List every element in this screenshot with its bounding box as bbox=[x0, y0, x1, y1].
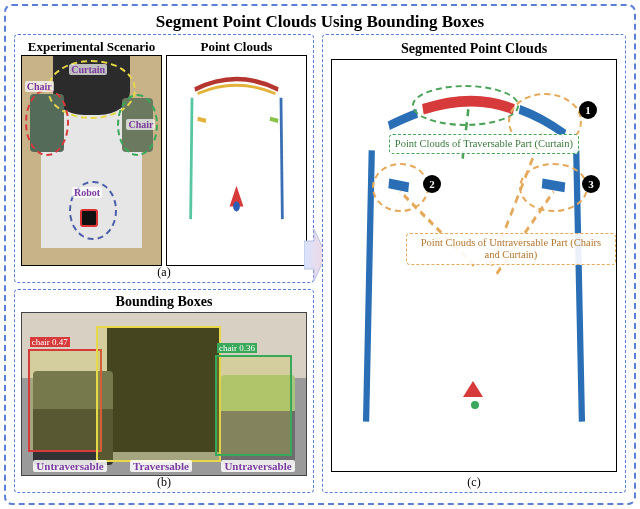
panel-b: Bounding Boxes chair 0.47 chair 0.36 Unt… bbox=[14, 289, 314, 493]
lidar-svg-icon bbox=[167, 56, 306, 265]
pointcloud-plot bbox=[166, 55, 307, 266]
annot-untraversable: Point Clouds of Untraversable Part (Chai… bbox=[406, 233, 616, 265]
trav-oval-icon bbox=[412, 85, 520, 126]
bbox-curtain bbox=[96, 326, 221, 462]
robot-triangle-icon bbox=[463, 381, 483, 397]
segmented-plot: 1 2 3 Point Clouds of Traversable Part (… bbox=[331, 59, 617, 472]
panel-b-caption: (b) bbox=[157, 475, 171, 490]
pointcloud-title: Point Clouds bbox=[166, 39, 307, 55]
panel-a: Experimental Scenario Curtain bbox=[14, 34, 314, 283]
curtain-label: Curtain bbox=[69, 64, 107, 75]
panel-a-caption: (a) bbox=[157, 265, 170, 280]
panel-b-title: Bounding Boxes bbox=[21, 294, 307, 310]
figure-title: Segment Point Clouds Using Bounding Boxe… bbox=[14, 12, 626, 32]
robot-label: Robot bbox=[72, 187, 102, 198]
figure-frame: Segment Point Clouds Using Bounding Boxe… bbox=[4, 4, 636, 505]
panel-c: Segmented Point Clouds bbox=[322, 34, 626, 493]
chair-left-label: Chair bbox=[25, 81, 54, 92]
left-column: Experimental Scenario Curtain bbox=[14, 34, 314, 493]
panel-c-caption: (c) bbox=[467, 475, 480, 490]
untrav-oval-3-icon bbox=[519, 163, 587, 212]
figure-content: Experimental Scenario Curtain bbox=[14, 34, 626, 493]
untraversable-left-label: Untraversable bbox=[33, 460, 106, 472]
traversable-label: Traversable bbox=[130, 460, 192, 472]
right-column: Segmented Point Clouds bbox=[322, 34, 626, 493]
panel-c-title: Segmented Point Clouds bbox=[331, 41, 617, 57]
untrav-oval-2-icon bbox=[372, 163, 429, 212]
bbox-chair-left: chair 0.47 bbox=[28, 349, 102, 453]
svg-point-1 bbox=[233, 202, 240, 212]
pointcloud-half: Point Clouds bbox=[166, 39, 307, 266]
bbox-image: chair 0.47 chair 0.36 Untraversable Trav… bbox=[21, 312, 307, 476]
bbox-label-left: chair 0.47 bbox=[30, 337, 70, 347]
bbox-label-right: chair 0.36 bbox=[217, 343, 257, 353]
scenario-photo: Curtain Chair Chair Robot bbox=[21, 55, 162, 266]
annot-traversable: Point Clouds of Traversable Part (Curtai… bbox=[389, 134, 579, 154]
scenario-title: Experimental Scenario bbox=[21, 39, 162, 55]
scenario-half: Experimental Scenario Curtain bbox=[21, 39, 162, 266]
bbox-chair-right: chair 0.36 bbox=[215, 355, 292, 455]
marker-2: 2 bbox=[423, 175, 441, 193]
untraversable-right-label: Untraversable bbox=[221, 460, 294, 472]
chair-right-label: Chair bbox=[126, 119, 155, 130]
marker-3: 3 bbox=[582, 175, 600, 193]
